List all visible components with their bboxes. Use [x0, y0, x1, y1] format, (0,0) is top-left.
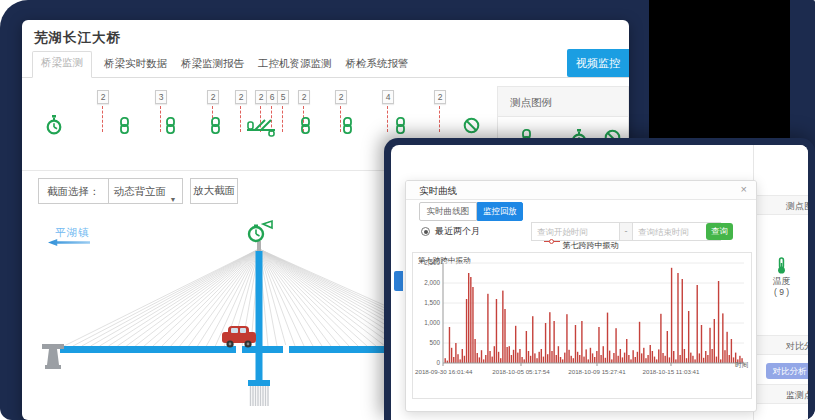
chain-link-icon[interactable] [341, 117, 354, 134]
svg-text:1,000: 1,000 [424, 319, 440, 326]
pier-footing [248, 380, 270, 386]
truss-sensor-icon[interactable] [246, 115, 276, 137]
legend-series-name: 第七跨跨中振动 [563, 241, 619, 250]
sidebar-point-list-header: 监测点列表 [754, 384, 808, 404]
section-select-value: 动态背立面 [114, 185, 167, 197]
sensor-drop-line [102, 106, 103, 132]
sidebar-legend-header: 测点图例 [754, 195, 808, 215]
sensor-drop-line [282, 106, 283, 132]
modal-title: 实时曲线 [419, 185, 457, 198]
vibration-chart: 第七跨跨中振动 05001,0001,5002,0002,500 2018-09… [413, 253, 751, 398]
left-abutment [42, 344, 64, 369]
popup-right-sidebar: 测点图例 温度 ( 9 ) 对比分析 对比分析 监测点列表 [753, 145, 808, 420]
chain-link-icon[interactable] [118, 117, 131, 134]
tab-monitor-playback[interactable]: 监控回放 [477, 202, 523, 221]
sensor-count-badge[interactable]: 3 [155, 90, 167, 104]
chart-legend: 第七跨跨中振动 [406, 240, 756, 251]
sensor-drop-line [240, 106, 241, 132]
chain-link-icon[interactable] [164, 117, 177, 134]
chain-link-icon[interactable] [299, 117, 312, 134]
section-select-label: 截面选择： [39, 179, 108, 203]
radio-label: 最近两个月 [435, 225, 480, 238]
svg-text:2,000: 2,000 [424, 279, 440, 286]
car [222, 326, 256, 348]
popup-window-frame: 测点图例 温度 ( 9 ) 对比分析 对比分析 监测点列表 [384, 138, 815, 420]
bridge-pier [256, 353, 263, 380]
section-select-dropdown[interactable]: 动态背立面 ▼ [108, 179, 182, 203]
chain-link-icon[interactable] [209, 117, 222, 134]
main-tab-1[interactable]: 桥梁实时数据 [102, 57, 169, 77]
sensor-drop-line [160, 106, 161, 132]
sensor-count-badge[interactable]: 2 [207, 90, 219, 104]
range-separator: - [619, 222, 633, 241]
page-title: 芜湖长江大桥 [34, 29, 121, 47]
section-select-group: 截面选择： 动态背立面 ▼ [38, 178, 183, 204]
temperature-count: ( 9 ) [754, 287, 808, 297]
sensor-count-badge[interactable]: 2 [298, 90, 310, 104]
svg-text:1,500: 1,500 [424, 299, 440, 306]
main-tab-2[interactable]: 桥梁监测报告 [179, 57, 246, 77]
tab-realtime-curve[interactable]: 实时曲线图 [419, 202, 477, 221]
deck-gap [236, 345, 242, 354]
sidebar-compare-header: 对比分析 [754, 335, 808, 355]
video-monitor-button[interactable]: 视频监控 [567, 49, 629, 77]
realtime-curve-modal: 实时曲线 × 实时曲线图 监控回放 最近两个月 - 查询 第七跨跨中振动 第七跨… [405, 180, 757, 412]
popup-page: 测点图例 温度 ( 9 ) 对比分析 对比分析 监测点列表 [391, 145, 808, 420]
black-screen-region [649, 0, 790, 140]
chart-y-tick-labels: 05001,0001,5002,0002,500 [424, 259, 440, 366]
stopwatch-icon[interactable] [45, 115, 63, 135]
main-tab-3[interactable]: 工控机资源监测 [256, 57, 334, 77]
start-time-input[interactable] [531, 222, 620, 241]
main-tab-4[interactable]: 桥检系统报警 [344, 57, 411, 77]
svg-text:2,500: 2,500 [424, 259, 440, 266]
compare-analysis-button[interactable]: 对比分析 [766, 363, 808, 379]
chart-x-tick-labels: 2018-09-30 16:01:442018-10-05 05:17:5420… [415, 368, 700, 375]
svg-text:2018-10-09 15:27:41: 2018-10-09 15:27:41 [568, 368, 626, 375]
query-button[interactable]: 查询 [706, 223, 733, 240]
thermometer-icon[interactable] [776, 257, 787, 275]
tower-top-sensor-icon[interactable] [249, 221, 272, 241]
sensor-drop-line [387, 106, 388, 132]
pier-piles [251, 386, 269, 406]
legend-panel-title: 测点图例 [498, 87, 628, 117]
sensor-count-badge[interactable]: 2 [97, 90, 109, 104]
side-handle-tab[interactable] [394, 271, 403, 291]
sensor-count-badge[interactable]: 2 [335, 90, 347, 104]
legend-marker-icon [544, 241, 560, 246]
deck-gap [283, 345, 289, 354]
svg-text:2018-10-15 11:03:41: 2018-10-15 11:03:41 [643, 368, 701, 375]
no-entry-icon[interactable] [463, 117, 480, 134]
svg-text:500: 500 [429, 339, 440, 346]
chevron-down-icon: ▼ [170, 188, 177, 212]
tower-tip [257, 241, 261, 251]
svg-text:0: 0 [436, 359, 440, 366]
sensor-drop-line [439, 106, 440, 132]
svg-text:2018-09-30 16:01:44: 2018-09-30 16:01:44 [415, 368, 473, 375]
sensor-count-badge[interactable]: 4 [382, 90, 394, 104]
close-icon[interactable]: × [741, 183, 747, 195]
recent-two-months-radio[interactable] [421, 227, 430, 236]
chain-link-icon[interactable] [394, 117, 407, 134]
svg-text:2018-10-05 05:17:54: 2018-10-05 05:17:54 [492, 368, 550, 375]
sensor-count-badge[interactable]: 2 [235, 90, 247, 104]
modal-header: 实时曲线 × [406, 181, 756, 200]
chart-container: 第七跨跨中振动 05001,0001,5002,0002,500 2018-09… [412, 252, 752, 399]
main-tab-0[interactable]: 桥梁监测 [32, 51, 92, 78]
chart-x-axis-title: 时间 [735, 361, 749, 369]
chart-series-bars [445, 268, 743, 363]
desktop-background: 芜湖长江大桥 桥梁监测桥梁实时数据桥梁监测报告工控机资源监测桥检系统报警 视频监… [0, 0, 815, 420]
sensor-count-badge[interactable]: 5 [277, 90, 289, 104]
enlarge-section-button[interactable]: 放大截面 [190, 178, 238, 204]
sensor-count-badge[interactable]: 2 [434, 90, 446, 104]
main-tabs: 桥梁监测桥梁实时数据桥梁监测报告工控机资源监测桥检系统报警 [22, 56, 629, 78]
bridge-tower [256, 251, 263, 346]
